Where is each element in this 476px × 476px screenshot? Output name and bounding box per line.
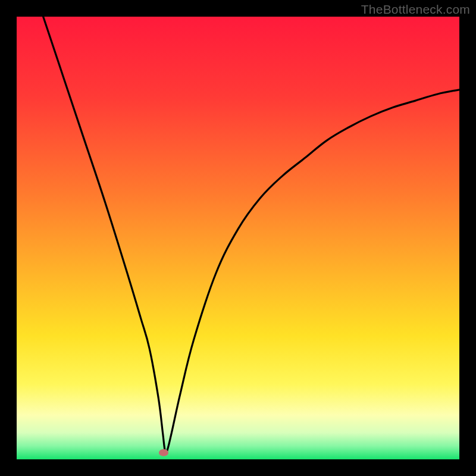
chart-stage: TheBottleneck.com <box>0 0 476 476</box>
watermark-text: TheBottleneck.com <box>361 2 470 17</box>
minimum-marker <box>159 449 168 456</box>
plot-area <box>17 17 459 459</box>
curve-layer <box>17 17 459 459</box>
bottleneck-curve <box>43 17 459 453</box>
